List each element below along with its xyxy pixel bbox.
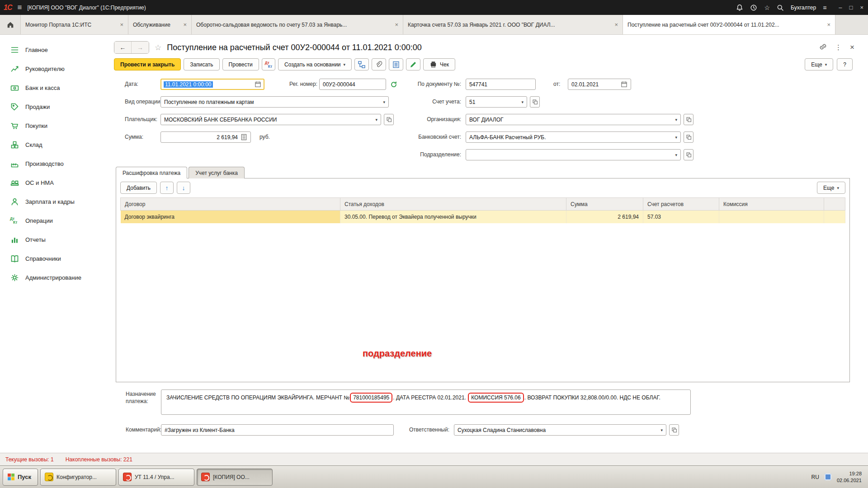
- operation-type-field[interactable]: Поступление по платежным картам ▾: [160, 96, 389, 108]
- cell-settlement-account[interactable]: 57.03: [643, 211, 719, 223]
- minimize-icon[interactable]: –: [839, 4, 842, 11]
- responsible-chooser-button[interactable]: [669, 424, 679, 436]
- cell-commission[interactable]: [719, 211, 824, 223]
- register-records-button[interactable]: [389, 58, 403, 70]
- notifications-bell-icon[interactable]: [736, 4, 743, 11]
- current-user[interactable]: Бухгалтер: [791, 5, 816, 11]
- sidebar-item-salary-hr[interactable]: Зарплата и кадры: [0, 192, 103, 211]
- sidebar-item-bank-cash[interactable]: Банк и касса: [0, 78, 103, 97]
- more-button-grid[interactable]: Еще ▾: [817, 182, 845, 194]
- calendar-icon[interactable]: [621, 81, 627, 88]
- payer-field[interactable]: МОСКОВСКИЙ БАНК СБЕРБАНКА РОССИИ ▾: [160, 114, 381, 125]
- doc-date-field[interactable]: 02.01.2021: [568, 79, 631, 90]
- maximize-icon[interactable]: □: [849, 4, 853, 11]
- chevron-down-icon[interactable]: ▾: [675, 117, 677, 122]
- cell-contract[interactable]: Договор эквайринга: [121, 211, 340, 223]
- start-button[interactable]: Пуск: [3, 469, 38, 486]
- sidebar-item-purchases[interactable]: Покупки: [0, 116, 103, 135]
- cell-amount[interactable]: 2 619,94: [566, 211, 643, 223]
- payment-purpose-field[interactable]: ЗАЧИСЛЕНИЕ СРЕДСТВ ПО ОПЕРАЦИЯМ ЭКВАЙРИН…: [161, 389, 691, 415]
- taskbar-app-ut[interactable]: УТ 11.4 / Упра...: [118, 469, 194, 486]
- tab-close-icon[interactable]: ×: [827, 21, 830, 28]
- tab-monitor-portal[interactable]: Монитор Портала 1С:ИТС ×: [21, 15, 128, 34]
- close-window-icon[interactable]: ×: [860, 4, 863, 11]
- forward-button[interactable]: →: [132, 42, 149, 53]
- accounting-account-field[interactable]: 51 ▾: [466, 96, 527, 108]
- write-button[interactable]: Записать: [184, 58, 219, 70]
- favorite-star-icon[interactable]: ☆: [155, 43, 161, 52]
- sidebar-item-production[interactable]: Производство: [0, 154, 103, 173]
- organization-chooser-button[interactable]: [684, 114, 693, 125]
- more-button-toolbar[interactable]: Еще ▾: [805, 58, 833, 70]
- main-menu-icon[interactable]: ≡: [17, 4, 22, 11]
- chevron-down-icon[interactable]: ▾: [675, 153, 677, 157]
- date-field[interactable]: 11.01.2021 0:00:00: [160, 79, 264, 90]
- sidebar-item-directories[interactable]: Справочники: [0, 249, 103, 268]
- close-document-icon[interactable]: ×: [850, 43, 854, 52]
- sidebar-item-reports[interactable]: Отчеты: [0, 230, 103, 249]
- back-button[interactable]: ←: [114, 42, 132, 53]
- move-row-down-button[interactable]: ↓: [177, 182, 190, 194]
- tab-service[interactable]: Обслуживание ×: [128, 15, 192, 34]
- service-menu-icon[interactable]: ≡: [823, 5, 826, 11]
- tab-bank-services[interactable]: Учет услуг банка: [189, 167, 245, 178]
- home-tab-button[interactable]: [0, 15, 21, 34]
- calendar-icon[interactable]: [255, 81, 261, 88]
- doc-number-field[interactable]: 547741: [466, 79, 536, 90]
- tab-receipt-document[interactable]: Поступление на расчетный счет 00У2-00004…: [623, 15, 835, 34]
- taskbar-app-configurator[interactable]: Конфигуратор...: [40, 469, 116, 486]
- tab-close-icon[interactable]: ×: [395, 21, 398, 28]
- sidebar-item-fixed-assets[interactable]: ОС и НМА: [0, 173, 103, 192]
- open-form-icon: [386, 117, 392, 122]
- document-structure-button[interactable]: [354, 58, 369, 70]
- post-and-close-button[interactable]: Провести и закрыть: [114, 58, 181, 70]
- tab-turnover-balance[interactable]: Оборотно-сальдовая ведомость по счету 57…: [192, 15, 403, 34]
- comment-field[interactable]: #Загружен из Клиент-Банка: [161, 424, 394, 436]
- tab-payment-breakdown[interactable]: Расшифровка платежа: [116, 167, 187, 178]
- post-button[interactable]: Провести: [222, 58, 259, 70]
- taskbar-clock[interactable]: 19:28 02.06.2021: [837, 470, 862, 484]
- tab-close-icon[interactable]: ×: [183, 21, 187, 28]
- history-icon[interactable]: [750, 4, 757, 11]
- division-chooser-button[interactable]: [684, 149, 693, 160]
- move-row-up-button[interactable]: ↑: [160, 182, 174, 194]
- sidebar-item-manager[interactable]: Руководителю: [0, 59, 103, 78]
- favorites-star-icon[interactable]: ☆: [764, 4, 770, 11]
- get-link-icon[interactable]: [819, 43, 827, 52]
- chevron-down-icon[interactable]: ▾: [383, 100, 385, 104]
- reg-number-field[interactable]: 00У2-000044: [319, 79, 386, 90]
- receipt-check-button[interactable]: Чек: [423, 58, 455, 70]
- chevron-down-icon[interactable]: ▾: [675, 135, 677, 140]
- bank-account-chooser-button[interactable]: [684, 131, 693, 143]
- tab-close-icon[interactable]: ×: [120, 21, 123, 28]
- amount-field[interactable]: 2 619,94: [160, 131, 251, 143]
- sidebar-item-administration[interactable]: Администрирование: [0, 268, 103, 287]
- accounting-account-chooser-button[interactable]: [530, 96, 540, 108]
- sidebar-item-main[interactable]: Главное: [0, 40, 103, 59]
- help-button[interactable]: ?: [837, 58, 853, 70]
- create-based-on-button[interactable]: Создать на основании ▾: [278, 58, 352, 70]
- chevron-down-icon[interactable]: ▾: [660, 428, 663, 432]
- responsible-field[interactable]: Сухоцкая Сладина Станиславовна ▾: [454, 424, 666, 436]
- calculator-icon[interactable]: [241, 134, 247, 141]
- bank-account-field[interactable]: АЛЬФА-БАНК Расчетный РУБ. ▾: [466, 131, 681, 143]
- chevron-down-icon[interactable]: ▾: [521, 100, 524, 104]
- tray-icon[interactable]: [825, 474, 831, 480]
- chevron-down-icon[interactable]: ▾: [375, 117, 377, 122]
- sidebar-item-sales[interactable]: Продажи: [0, 97, 103, 116]
- edit-purpose-button[interactable]: [406, 58, 420, 70]
- search-icon[interactable]: [777, 4, 784, 11]
- add-row-button[interactable]: Добавить: [120, 182, 157, 194]
- keyboard-language-indicator[interactable]: RU: [811, 474, 819, 480]
- taskbar-app-kopiya[interactable]: [КОПИЯ] ОО...: [197, 469, 273, 486]
- more-menu-dots-icon[interactable]: ⋮: [835, 43, 842, 52]
- dt-kt-button[interactable]: ДтКт: [262, 58, 275, 70]
- cell-income-item[interactable]: 30.05.00. Перевод от Эквайера полученной…: [340, 211, 566, 223]
- division-field[interactable]: ▾: [466, 149, 681, 160]
- organization-field[interactable]: ВОГ ДИАЛОГ ▾: [466, 114, 681, 125]
- tab-close-icon[interactable]: ×: [614, 21, 618, 28]
- attachments-button[interactable]: [372, 58, 386, 70]
- sidebar-item-operations[interactable]: ДтКт Операции: [0, 211, 103, 230]
- sidebar-item-warehouse[interactable]: Склад: [0, 135, 103, 154]
- tab-account-card[interactable]: Карточка счета 57.03 за Январь 2021 г. О…: [403, 15, 623, 34]
